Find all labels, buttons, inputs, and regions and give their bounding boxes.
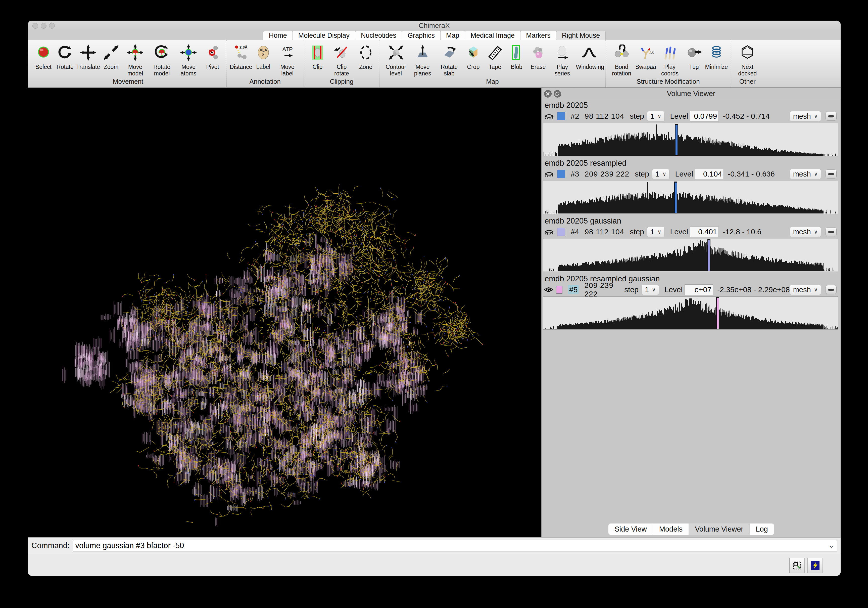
model-id[interactable]: #2 [571, 112, 579, 120]
tab-medical-image[interactable]: Medical Image [465, 31, 521, 40]
color-swatch[interactable] [557, 170, 565, 178]
play-series-button[interactable]: Play series [549, 42, 575, 77]
step-dropdown[interactable]: 1∨ [647, 227, 665, 237]
tool-tab-log[interactable]: Log [749, 523, 774, 535]
density-histogram[interactable] [543, 181, 838, 214]
visibility-toggle[interactable] [544, 170, 555, 178]
model-id[interactable]: #3 [571, 170, 579, 178]
volume-entry-name: emdb 20205 gaussian [544, 216, 841, 225]
collapse-entry-button[interactable] [826, 112, 837, 121]
clip-button[interactable]: Clip [307, 42, 328, 77]
lightning-icon [810, 560, 820, 571]
tape-button[interactable]: Tape [485, 42, 505, 77]
step-dropdown[interactable]: 1∨ [642, 285, 659, 295]
style-dropdown[interactable]: mesh∨ [790, 227, 821, 237]
visibility-toggle[interactable] [544, 112, 555, 120]
color-swatch[interactable] [556, 286, 563, 294]
zone-button[interactable]: Zone [355, 42, 377, 77]
crop-button[interactable]: Crop [463, 42, 484, 77]
level-input[interactable] [685, 285, 713, 295]
command-history-chevron-icon[interactable]: ⌄ [829, 542, 834, 549]
bond-rotation-button[interactable]: Bond rotation [609, 42, 635, 77]
visibility-toggle[interactable] [544, 228, 555, 236]
close-icon [546, 92, 550, 96]
color-swatch[interactable] [557, 112, 565, 120]
move-label-button[interactable]: ATPMove label [274, 42, 301, 77]
contour-level-button[interactable]: Contour level [383, 42, 409, 77]
step-dropdown[interactable]: 1∨ [647, 111, 665, 121]
label-button[interactable]: ALA8Label [253, 42, 274, 77]
style-dropdown[interactable]: mesh∨ [790, 111, 821, 121]
pivot-button[interactable]: Pivot [202, 42, 223, 77]
tab-map[interactable]: Map [440, 31, 465, 40]
tab-molecule-display[interactable]: Molecule Display [293, 31, 355, 40]
panel-close-button[interactable] [544, 90, 552, 98]
density-histogram[interactable] [543, 239, 838, 272]
erase-button[interactable]: Erase [528, 42, 549, 77]
tab-home[interactable]: Home [263, 31, 293, 40]
density-histogram[interactable] [543, 123, 838, 156]
model-id[interactable]: #5 [568, 285, 579, 294]
level-input[interactable] [690, 227, 719, 237]
tab-right-mouse[interactable]: Right Mouse [556, 31, 606, 40]
rotate-button[interactable]: Rotate [54, 42, 76, 77]
move-model-button[interactable]: Move model [122, 42, 148, 77]
move-atoms-button[interactable]: Move atoms [175, 42, 202, 77]
toolbar-button-label: Rotate slab [436, 64, 462, 77]
step-dropdown[interactable]: 1∨ [652, 169, 670, 179]
minus-icon [828, 231, 834, 233]
tug-button[interactable]: Tug [684, 42, 705, 77]
volume-entry: emdb 20205 gaussian#498 112 104step1∨Lev… [542, 216, 841, 272]
translate-button[interactable]: Translate [76, 42, 100, 77]
zoom-button[interactable]: Zoom [101, 42, 122, 77]
rotate-model-button[interactable]: Rotate model [149, 42, 175, 77]
marquee-resize-button[interactable] [789, 558, 805, 573]
tool-tab-volume-viewer[interactable]: Volume Viewer [688, 523, 750, 535]
style-dropdown[interactable]: mesh∨ [790, 285, 821, 295]
color-swatch[interactable] [557, 228, 565, 236]
level-input[interactable] [690, 111, 719, 121]
collapse-entry-button[interactable] [826, 169, 837, 179]
style-value: mesh [793, 112, 811, 120]
toolbar-button-label: Bond rotation [609, 64, 635, 77]
zoom-button[interactable] [49, 23, 55, 29]
tool-tab-side-view[interactable]: Side View [608, 523, 653, 535]
distance-button[interactable]: 2.3ÅDistance [230, 42, 252, 77]
tool-tab-models[interactable]: Models [653, 523, 689, 535]
eye-hidden-icon [544, 170, 554, 178]
minimize-button[interactable] [41, 23, 46, 29]
molecule-render[interactable] [28, 88, 541, 537]
fast-render-button[interactable] [808, 558, 823, 573]
blob-icon [508, 42, 525, 64]
swapaa-button[interactable]: ASNSwapaa [635, 42, 656, 77]
volume-dimensions: 98 112 104 [584, 227, 624, 236]
minimize-button[interactable]: Minimize [705, 42, 728, 77]
play-coords-button[interactable]: Play coords [657, 42, 683, 77]
visibility-toggle[interactable] [544, 286, 553, 294]
graphics-viewport[interactable] [28, 88, 542, 537]
tab-graphics[interactable]: Graphics [402, 31, 440, 40]
model-id[interactable]: #4 [571, 227, 579, 236]
toolbar-button-label: Move model [122, 64, 148, 77]
tab-markers[interactable]: Markers [520, 31, 556, 40]
move-planes-button[interactable]: Move planes [410, 42, 436, 77]
command-input[interactable] [73, 540, 837, 551]
clip-rotate-button[interactable]: Clip rotate [329, 42, 355, 77]
next-docked-button[interactable]: Next docked [734, 42, 760, 77]
toolbar-button-label: Move label [274, 64, 301, 77]
select-button[interactable]: Select [33, 42, 54, 77]
tab-nucleotides[interactable]: Nucleotides [355, 31, 402, 40]
close-button[interactable] [33, 23, 38, 29]
collapse-entry-button[interactable] [826, 227, 837, 236]
level-input[interactable] [695, 169, 724, 179]
panel-float-button[interactable] [553, 90, 561, 98]
zoom-icon [103, 42, 119, 64]
density-histogram[interactable] [543, 297, 838, 330]
collapse-entry-button[interactable] [826, 285, 837, 294]
rotate-slab-button[interactable]: Rotate slab [436, 42, 462, 77]
toolbar-button-label: Clip [313, 64, 323, 70]
windowing-button[interactable]: Windowing [576, 42, 602, 77]
window-titlebar[interactable]: ChimeraX [28, 20, 841, 30]
style-dropdown[interactable]: mesh∨ [790, 169, 821, 179]
blob-button[interactable]: Blob [506, 42, 527, 77]
